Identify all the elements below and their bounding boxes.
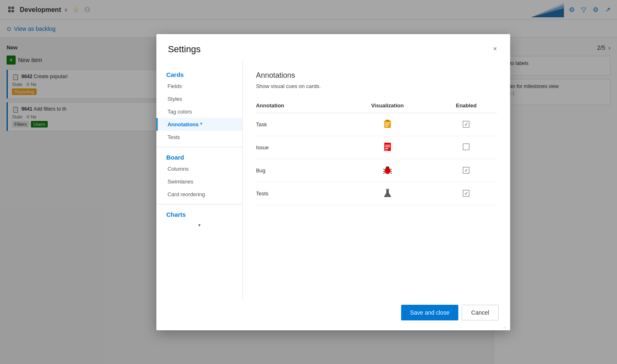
col-header-annotation: Annotation: [256, 99, 339, 113]
svg-rect-33: [385, 189, 390, 190]
task-visualization-icon: [383, 119, 392, 130]
svg-line-22: [390, 169, 392, 170]
nav-item-fields[interactable]: Fields: [156, 80, 242, 93]
annotation-name-task: Task: [256, 113, 339, 136]
nav-item-swimlanes[interactable]: Swimlanes: [156, 175, 242, 188]
svg-rect-11: [385, 126, 388, 127]
svg-point-27: [385, 169, 387, 171]
nav-divider-2: [156, 204, 242, 204]
annotations-table: Annotation Visualization Enabled Task: [256, 99, 497, 205]
nav-board-section[interactable]: Board: [156, 151, 242, 162]
nav-item-tests[interactable]: Tests: [156, 131, 242, 144]
svg-line-21: [383, 173, 385, 174]
table-row: Task: [256, 113, 497, 136]
bug-visualization-icon: [383, 165, 392, 176]
col-header-enabled: Enabled: [436, 99, 497, 113]
annotation-enabled-issue[interactable]: [436, 136, 497, 159]
svg-line-24: [390, 173, 392, 174]
table-row: Bug: [256, 159, 497, 182]
svg-rect-10: [385, 124, 389, 125]
checkbox-bug[interactable]: ✓: [463, 167, 469, 174]
issue-visualization-icon: [383, 142, 392, 153]
annotation-viz-bug: [339, 159, 436, 182]
svg-point-28: [388, 169, 389, 171]
annotation-enabled-tests[interactable]: ✓: [436, 182, 497, 205]
annotation-viz-issue: [339, 136, 436, 159]
cancel-button[interactable]: Cancel: [462, 305, 499, 320]
settings-content: Annotations Show visual cues on cards. A…: [243, 61, 510, 298]
checkbox-tests[interactable]: ✓: [463, 190, 469, 197]
modal-close-button[interactable]: ×: [492, 44, 499, 54]
svg-line-19: [383, 169, 385, 170]
svg-point-30: [385, 194, 390, 196]
annotation-enabled-bug[interactable]: ✓: [436, 159, 497, 182]
modal-title: Settings: [168, 44, 201, 55]
annotation-name-bug: Bug: [256, 159, 339, 182]
nav-charts-section: Charts: [156, 208, 242, 220]
col-header-visualization: Visualization: [339, 99, 436, 113]
nav-item-columns[interactable]: Columns: [156, 162, 242, 175]
svg-rect-16: [385, 150, 387, 151]
content-description: Show visual cues on cards.: [256, 83, 497, 89]
svg-point-31: [386, 194, 387, 195]
annotation-enabled-task[interactable]: ✓: [436, 113, 497, 136]
settings-modal: Settings × Cards Fields Styles Tag color…: [156, 34, 510, 330]
svg-rect-8: [386, 120, 389, 121]
save-and-close-button[interactable]: Save and close: [401, 305, 459, 320]
settings-nav: Cards Fields Styles Tag colors Annotatio…: [156, 61, 243, 298]
nav-item-styles[interactable]: Styles: [156, 93, 242, 105]
svg-rect-14: [385, 146, 390, 147]
tests-visualization-icon: [383, 188, 392, 199]
nav-divider-1: [156, 147, 242, 147]
modal-footer: Save and close Cancel: [156, 298, 510, 330]
svg-point-32: [388, 195, 389, 196]
nav-charts-title[interactable]: Charts: [166, 211, 232, 218]
svg-rect-9: [385, 123, 390, 123]
nav-item-card-reordering[interactable]: Card reordering: [156, 188, 242, 201]
table-row: Issue: [256, 136, 497, 159]
annotation-viz-task: [339, 113, 436, 136]
modal-header: Settings ×: [156, 34, 510, 61]
modal-body: Cards Fields Styles Tag colors Annotatio…: [156, 61, 510, 298]
nav-item-tag-colors[interactable]: Tag colors: [156, 105, 242, 118]
nav-item-annotations[interactable]: Annotations *: [156, 118, 242, 131]
table-row: Tests: [256, 182, 497, 205]
nav-scroll-indicator: ▼: [156, 220, 242, 231]
content-title: Annotations: [256, 71, 497, 80]
svg-rect-15: [385, 148, 388, 149]
app-shell: Development ∨ ☆ ⚇ ⚙ ▽ ⚙ ↗ ⊙ View: [0, 0, 617, 364]
checkbox-task[interactable]: ✓: [463, 121, 469, 128]
annotation-viz-tests: [339, 182, 436, 205]
annotation-name-issue: Issue: [256, 136, 339, 159]
checkbox-issue[interactable]: [463, 144, 469, 150]
svg-rect-13: [385, 145, 390, 146]
annotation-name-tests: Tests: [256, 182, 339, 205]
resize-handle[interactable]: ⌟: [503, 324, 508, 329]
nav-cards-section[interactable]: Cards: [156, 68, 242, 80]
